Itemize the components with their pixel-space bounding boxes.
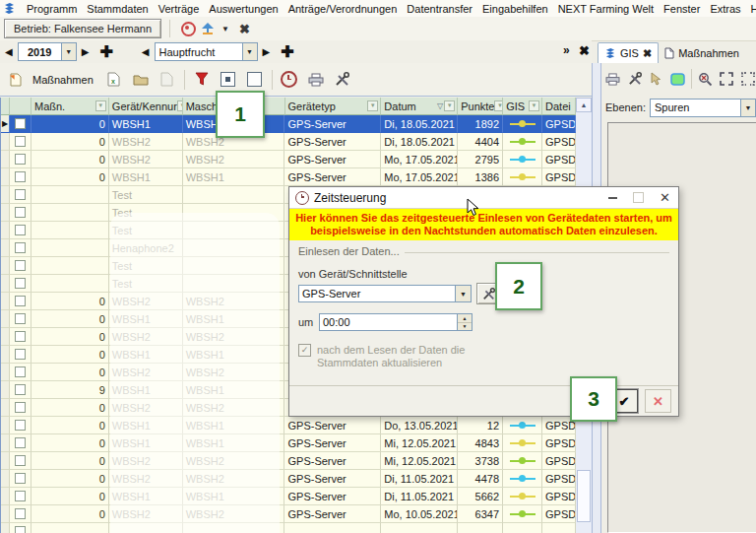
row-checkbox[interactable] bbox=[15, 349, 26, 360]
row-checkbox[interactable] bbox=[15, 491, 26, 501]
cell-check[interactable] bbox=[10, 115, 32, 133]
table-row[interactable]: 0WBSH1WBSH1GPS-ServerMo, 17.05.20211386G… bbox=[1, 168, 576, 186]
gis-print-icon[interactable] bbox=[605, 69, 621, 89]
crop-add-icon[interactable]: ✚ bbox=[275, 44, 299, 60]
column-header-datum[interactable]: Datum▽▼ bbox=[381, 98, 458, 115]
column-header-datei[interactable]: Datei bbox=[542, 98, 576, 115]
table-row[interactable]: 0WBSH1WBSH1GPS-ServerDi, 11.05.20215662G… bbox=[1, 488, 576, 505]
tab-gis[interactable]: GIS ✖ bbox=[598, 42, 659, 63]
filter-active-icon[interactable] bbox=[219, 70, 238, 90]
chevron-down-icon[interactable]: ▼ bbox=[455, 286, 471, 301]
chevron-down-icon[interactable]: ▼ bbox=[242, 43, 257, 60]
menu-item-stammdaten[interactable]: Stammdaten bbox=[82, 3, 153, 15]
cell-check[interactable] bbox=[10, 222, 32, 239]
cell-check[interactable] bbox=[10, 364, 32, 381]
year-next-icon[interactable]: ▶ bbox=[77, 46, 94, 57]
cancel-button[interactable]: ✕ bbox=[645, 389, 671, 413]
scrollbar-thumb[interactable] bbox=[577, 470, 591, 522]
row-checkbox[interactable] bbox=[15, 207, 26, 218]
table-row[interactable]: 0WBSH2WBSH2GPS-ServerMi, 12.05.20213738G… bbox=[1, 452, 576, 470]
filter-clear-icon[interactable] bbox=[245, 70, 265, 90]
filter-icon[interactable]: ▼ bbox=[529, 100, 539, 111]
row-checkbox[interactable] bbox=[15, 189, 26, 200]
row-checkbox[interactable] bbox=[15, 313, 26, 324]
gis-region-icon[interactable] bbox=[669, 69, 685, 89]
page-disabled-icon[interactable] bbox=[158, 70, 177, 90]
cell-check[interactable] bbox=[10, 328, 32, 346]
folder-icon[interactable] bbox=[131, 70, 151, 90]
print-icon[interactable] bbox=[306, 70, 326, 90]
cell-check[interactable] bbox=[10, 168, 32, 186]
cell-check[interactable] bbox=[10, 257, 32, 275]
row-checkbox[interactable] bbox=[15, 260, 26, 271]
cell-check[interactable] bbox=[10, 488, 32, 505]
cell-check[interactable] bbox=[10, 470, 32, 488]
cell-check[interactable] bbox=[10, 275, 32, 293]
row-checkbox[interactable] bbox=[15, 473, 26, 484]
column-header-gis[interactable]: GIS▼ bbox=[503, 98, 542, 115]
zoom-extent-icon[interactable] bbox=[720, 69, 735, 89]
tab-close-icon[interactable]: ✖ bbox=[643, 47, 652, 60]
row-checkbox[interactable] bbox=[15, 171, 26, 182]
export-file-icon[interactable]: x bbox=[104, 70, 124, 90]
row-checkbox[interactable] bbox=[15, 242, 26, 253]
chevron-down-icon[interactable]: ▼ bbox=[221, 25, 229, 33]
cell-check[interactable] bbox=[10, 381, 32, 399]
row-checkbox[interactable] bbox=[15, 508, 26, 519]
cell-check[interactable] bbox=[10, 523, 32, 533]
tree-icon[interactable] bbox=[198, 19, 218, 38]
new-measure-icon[interactable] bbox=[6, 70, 26, 90]
menu-item-next-farming-welt[interactable]: NEXT Farming Welt bbox=[553, 3, 659, 15]
cell-check[interactable] bbox=[10, 505, 32, 523]
row-checkbox[interactable] bbox=[15, 136, 26, 147]
column-header-check[interactable] bbox=[10, 98, 32, 115]
cell-check[interactable] bbox=[10, 310, 32, 328]
settings-tools-icon[interactable] bbox=[333, 70, 352, 90]
table-row[interactable] bbox=[1, 523, 576, 533]
time-input[interactable]: 00:00 ▲▼ bbox=[319, 313, 472, 331]
row-checkbox[interactable] bbox=[15, 366, 26, 377]
row-checkbox[interactable] bbox=[15, 118, 26, 129]
year-prev-icon[interactable]: ◀ bbox=[0, 46, 18, 57]
row-checkbox[interactable] bbox=[15, 154, 26, 165]
cell-check[interactable] bbox=[10, 186, 32, 204]
row-checkbox[interactable] bbox=[15, 225, 26, 235]
dialog-titlebar[interactable]: Zeitsteuerung ✕ bbox=[289, 187, 678, 209]
chevron-down-icon[interactable]: ▼ bbox=[740, 100, 755, 116]
crop-select[interactable]: Hauptfrucht ▼ bbox=[155, 42, 258, 61]
filter-icon[interactable]: ▼ bbox=[444, 100, 455, 111]
crop-next-icon[interactable]: ▶ bbox=[258, 46, 276, 57]
minimize-icon[interactable] bbox=[608, 197, 617, 199]
table-row[interactable]: 0WBSH2WBSH2GPS-ServerMo, 17.05.20212795G… bbox=[1, 151, 576, 168]
table-row[interactable]: 0WBSH2WBSH2GPS-ServerDi, 18.05.20214404G… bbox=[1, 133, 576, 151]
filter-icon[interactable]: ▼ bbox=[95, 100, 106, 111]
zoom-selection-icon[interactable] bbox=[740, 69, 756, 89]
cell-check[interactable] bbox=[10, 133, 32, 151]
crop-prev-icon[interactable]: ◀ bbox=[137, 46, 155, 57]
menu-item-auswertungen[interactable]: Auswertungen bbox=[204, 3, 283, 15]
row-checkbox[interactable] bbox=[15, 420, 26, 431]
menu-item-antr-ge-verordnungen[interactable]: Anträge/Verordnungen bbox=[284, 3, 403, 15]
cell-check[interactable] bbox=[10, 151, 32, 168]
time-spinner[interactable]: ▲▼ bbox=[457, 314, 472, 330]
toolbar-overflow-icon[interactable]: » bbox=[563, 43, 570, 57]
table-row[interactable]: 0WBSH1WBSH1GPS-ServerMi, 12.05.20214843G… bbox=[1, 434, 576, 452]
ebenen-select[interactable]: Spuren ▼ bbox=[650, 99, 756, 117]
row-checkbox[interactable] bbox=[15, 331, 26, 342]
cell-check[interactable] bbox=[10, 434, 32, 452]
filter-funnel-icon[interactable] bbox=[192, 70, 212, 90]
column-header-marker[interactable] bbox=[1, 98, 10, 115]
cell-check[interactable] bbox=[10, 399, 32, 417]
record-icon[interactable] bbox=[178, 19, 198, 38]
row-checkbox[interactable] bbox=[15, 402, 26, 413]
year-add-icon[interactable]: ✚ bbox=[94, 44, 118, 60]
year-select[interactable]: 2019 ▼ bbox=[18, 42, 77, 61]
cell-check[interactable] bbox=[10, 452, 32, 470]
cell-check[interactable] bbox=[10, 239, 32, 257]
column-header-massn[interactable]: Maßn.▼ bbox=[32, 98, 109, 115]
table-row[interactable]: 0WBSH2WBSH2GPS-ServerMo, 10.05.20216347G… bbox=[1, 505, 576, 523]
row-checkbox[interactable] bbox=[15, 437, 26, 448]
menu-item-eingabehilfen[interactable]: Eingabehilfen bbox=[477, 3, 553, 15]
cell-check[interactable] bbox=[10, 293, 32, 310]
cell-check[interactable] bbox=[10, 346, 32, 364]
